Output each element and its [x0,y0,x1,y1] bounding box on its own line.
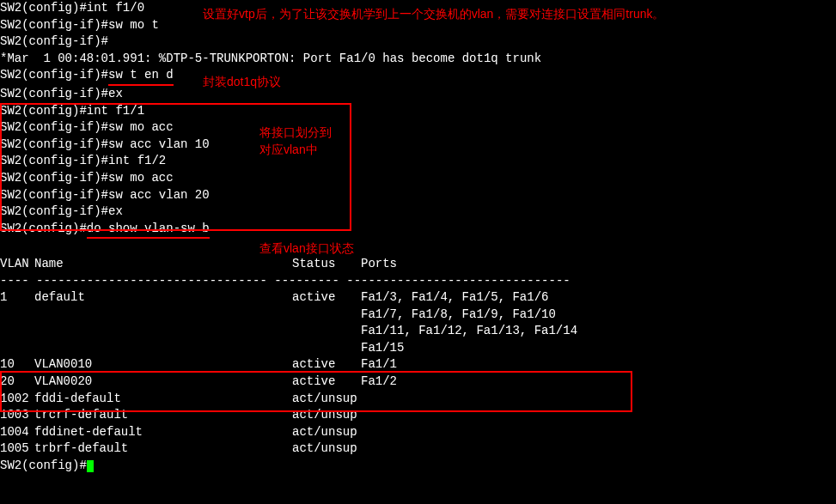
col-header-status: Status [292,256,361,273]
vlan-header-rule: ---- -------------------------------- --… [0,273,836,290]
cursor-icon [87,460,94,472]
annotation-show-vlan: 查看vlan接口状态 [259,240,354,258]
table-row: 10VLAN0010activeFa1/1 [0,356,836,373]
cmd-line: SW2(config-if)#sw t en d [0,67,836,86]
table-row: 1004fddinet-defaultact/unsup [0,424,836,441]
col-header-name: Name [34,256,292,273]
cmd-line: SW2(config-if)#ex [0,86,836,103]
table-row: 1002fddi-defaultact/unsup [0,391,836,408]
table-row: Fa1/7, Fa1/8, Fa1/9, Fa1/10 [0,307,836,324]
cmd-line: SW2(config-if)#ex [0,203,836,221]
col-header-vlan: VLAN [0,256,34,273]
cmd-line: SW2(config-if)#sw acc vlan 20 [0,187,836,204]
table-row: Fa1/11, Fa1/12, Fa1/13, Fa1/14 [0,323,836,340]
underlined-cmd: sw t en d [108,67,174,86]
annotation-vlan-assign: 将接口划分到 对应vlan中 [259,124,332,158]
cmd-line: SW2(config-if)#sw mo acc [0,119,836,137]
table-row: 1003trcrf-defaultact/unsup [0,407,836,424]
cmd-line: SW2(config)#do show vlan-sw b [0,221,836,240]
table-row: 1defaultactiveFa1/3, Fa1/4, Fa1/5, Fa1/6 [0,289,836,307]
underlined-cmd: do show vlan-sw b [87,221,210,240]
col-header-ports: Ports [361,256,397,273]
cmd-line: SW2(config-if)#sw mo acc [0,170,836,187]
table-row: 20VLAN0020activeFa1/2 [0,373,836,391]
log-line: *Mar 1 00:48:01.991: %DTP-5-TRUNKPORTON:… [0,51,836,68]
table-row: 1005trbrf-defaultact/unsup [0,440,836,458]
terminal-output[interactable]: SW2(config)#int f1/0 SW2(config-if)#sw m… [0,0,836,475]
cmd-line: SW2(config-if)# [0,33,836,51]
prompt-line[interactable]: SW2(config)# [0,458,836,475]
cmd-line: SW2(config-if)#int f1/2 [0,153,836,170]
cmd-line: SW2(config)#int f1/1 [0,103,836,120]
annotation-top: 设置好vtp后，为了让该交换机学到上一个交换机的vlan，需要对连接口设置相同t… [203,6,664,23]
annotation-dot1q: 封装dot1q协议 [203,74,281,91]
cmd-line: SW2(config-if)#sw acc vlan 10 [0,137,836,154]
vlan-header: VLANNameStatusPorts [0,256,836,273]
blank-line [0,239,836,256]
table-row: Fa1/15 [0,340,836,357]
